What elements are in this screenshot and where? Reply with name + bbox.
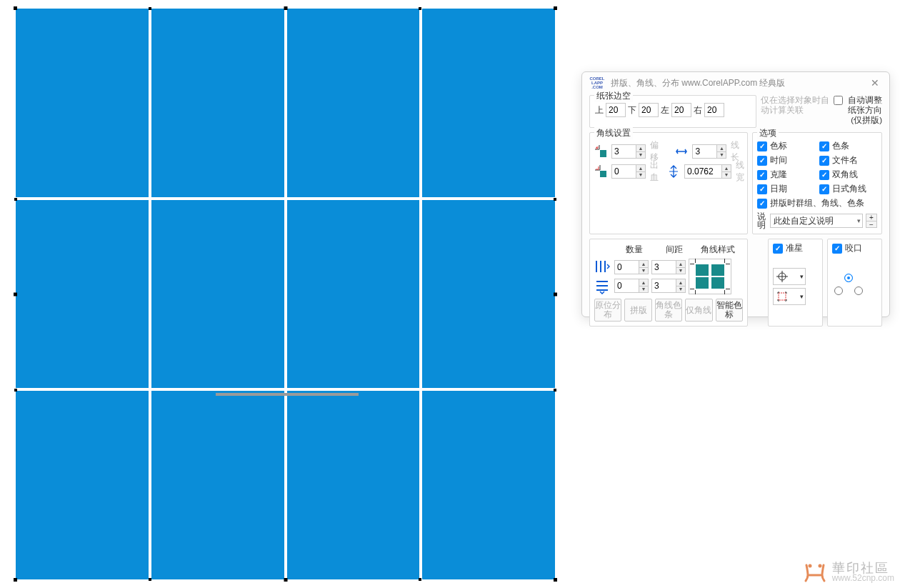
auto-adjust-checkbox-input[interactable] xyxy=(834,96,843,105)
opt-filename[interactable]: 文件名 xyxy=(819,154,877,166)
corner-colorbar-button[interactable]: 角线色条 xyxy=(655,299,682,322)
bite-radio-top[interactable] xyxy=(844,274,853,282)
rows-gap-spinner[interactable]: ▲▼ xyxy=(651,279,686,293)
opt-color-mark[interactable]: 色标 xyxy=(757,140,815,152)
opt-jp-corner[interactable]: 日式角线 xyxy=(819,183,877,195)
spin-down[interactable]: ▼ xyxy=(716,151,726,159)
reg-crop-select[interactable]: ▾ xyxy=(773,288,806,305)
offset-spinner[interactable]: ▲▼ xyxy=(611,144,646,159)
style-header: 角线样式 xyxy=(694,244,741,256)
grid-cell[interactable] xyxy=(151,200,284,389)
cornerline-group: 角线设置 ▲▼ 偏移 ▲▼ xyxy=(589,132,748,234)
margin-top-input[interactable] xyxy=(606,103,626,117)
opt-clone[interactable]: 克隆 xyxy=(757,169,815,181)
spin-down[interactable]: ▼ xyxy=(636,171,646,179)
cornerstyle-preview[interactable] xyxy=(689,259,731,294)
edge-handle[interactable] xyxy=(554,389,556,392)
note-remove-button[interactable]: − xyxy=(866,221,877,228)
rows-qty-input[interactable] xyxy=(614,279,639,293)
columns-icon xyxy=(594,259,610,274)
selection-handle[interactable] xyxy=(554,578,557,582)
bite-radio-left[interactable] xyxy=(834,286,843,295)
opt-time[interactable]: 时间 xyxy=(757,154,815,166)
edge-handle[interactable] xyxy=(14,198,17,201)
reg-target-select[interactable]: ▾ xyxy=(773,268,806,285)
bleed-spinner[interactable]: ▲▼ xyxy=(611,164,646,179)
selection-handle[interactable] xyxy=(14,578,17,582)
note-add-button[interactable]: + xyxy=(866,214,877,221)
bite-checkbox[interactable]: 咬口 xyxy=(832,242,862,254)
bite-position-selector[interactable] xyxy=(832,268,865,301)
grid-cell[interactable] xyxy=(287,391,420,579)
grid-cell[interactable] xyxy=(16,9,149,197)
spin-up[interactable]: ▲ xyxy=(721,164,731,171)
distribute-button[interactable]: 原位分布 xyxy=(594,299,621,322)
margin-right-input[interactable] xyxy=(704,103,724,117)
close-button[interactable]: ✕ xyxy=(866,77,884,89)
opt-double-corner[interactable]: 双角线 xyxy=(819,169,877,181)
offset-icon xyxy=(594,144,607,159)
margin-left-input[interactable] xyxy=(671,103,691,117)
edge-handle[interactable] xyxy=(149,578,151,581)
edge-handle[interactable] xyxy=(419,7,421,10)
grid-cell[interactable] xyxy=(287,9,420,197)
reg-checkbox[interactable]: 准星 xyxy=(773,242,803,254)
edge-handle[interactable] xyxy=(149,7,151,10)
spin-up[interactable]: ▲ xyxy=(716,144,726,151)
edge-handle[interactable] xyxy=(14,389,17,392)
auto-adjust-checkbox[interactable]: 自动调整纸张方向(仅拼版) xyxy=(834,95,882,125)
edge-handle[interactable] xyxy=(419,578,421,581)
offset-input[interactable] xyxy=(611,144,636,159)
linewidth-spinner[interactable]: ▲▼ xyxy=(684,164,731,179)
margin-left-label: 左 xyxy=(660,104,670,116)
margin-bottom-input[interactable] xyxy=(639,103,659,117)
length-input[interactable] xyxy=(692,144,716,159)
linewidth-label: 线宽 xyxy=(736,159,744,184)
spin-down[interactable]: ▼ xyxy=(636,151,646,159)
spin-up[interactable]: ▲ xyxy=(636,164,646,171)
rows-qty-spinner[interactable]: ▲▼ xyxy=(614,279,649,293)
cornerline-label: 角线设置 xyxy=(594,127,633,139)
grid-cell[interactable] xyxy=(151,9,284,197)
corner-only-button[interactable]: 仅角线 xyxy=(685,299,712,322)
opt-date[interactable]: 日期 xyxy=(757,183,815,195)
note-select[interactable]: 此处自定义说明 ▾ xyxy=(770,214,863,228)
canvas-artboard[interactable] xyxy=(16,9,555,579)
grid-cell[interactable] xyxy=(16,391,149,579)
selection-handle[interactable] xyxy=(284,578,287,582)
selection-handle[interactable] xyxy=(284,6,287,10)
spin-up[interactable]: ▲ xyxy=(636,144,646,151)
cols-gap-input[interactable] xyxy=(651,260,676,274)
checkbox-checked-icon xyxy=(819,156,829,166)
spin-down[interactable]: ▼ xyxy=(721,171,731,179)
opt-color-bar[interactable]: 色条 xyxy=(819,140,877,152)
selection-handle[interactable] xyxy=(554,6,557,10)
grid-cell[interactable] xyxy=(151,391,284,579)
length-icon xyxy=(675,144,688,159)
selection-handle[interactable] xyxy=(14,6,17,10)
linewidth-input[interactable] xyxy=(684,164,721,179)
grid-cell[interactable] xyxy=(422,200,555,389)
grid-cell[interactable] xyxy=(422,9,555,197)
gap-header: 间距 xyxy=(654,244,694,256)
margin-top-label: 上 xyxy=(594,104,604,116)
grid-cell[interactable] xyxy=(287,200,420,389)
checkbox-checked-icon xyxy=(757,199,767,209)
grid-cell[interactable] xyxy=(422,391,555,579)
edge-handle[interactable] xyxy=(554,198,556,201)
app-logo-icon: CORELLAPP.COM xyxy=(588,76,606,90)
opt-group-all[interactable]: 拼版时群组、角线、色条 xyxy=(757,197,877,209)
length-spinner[interactable]: ▲▼ xyxy=(692,144,726,159)
cols-gap-spinner[interactable]: ▲▼ xyxy=(651,260,686,274)
cols-qty-spinner[interactable]: ▲▼ xyxy=(614,260,649,274)
grid-cell[interactable] xyxy=(16,200,149,389)
cols-qty-input[interactable] xyxy=(614,260,639,274)
bite-radio-right[interactable] xyxy=(854,286,863,295)
impose-button[interactable]: 拼版 xyxy=(624,299,651,322)
smart-colormark-button[interactable]: 智能色标 xyxy=(716,299,743,322)
selection-handle[interactable] xyxy=(14,292,17,296)
rows-gap-input[interactable] xyxy=(651,279,676,293)
bleed-input[interactable] xyxy=(611,164,636,179)
selection-handle[interactable] xyxy=(554,292,557,296)
target-icon xyxy=(776,271,788,282)
